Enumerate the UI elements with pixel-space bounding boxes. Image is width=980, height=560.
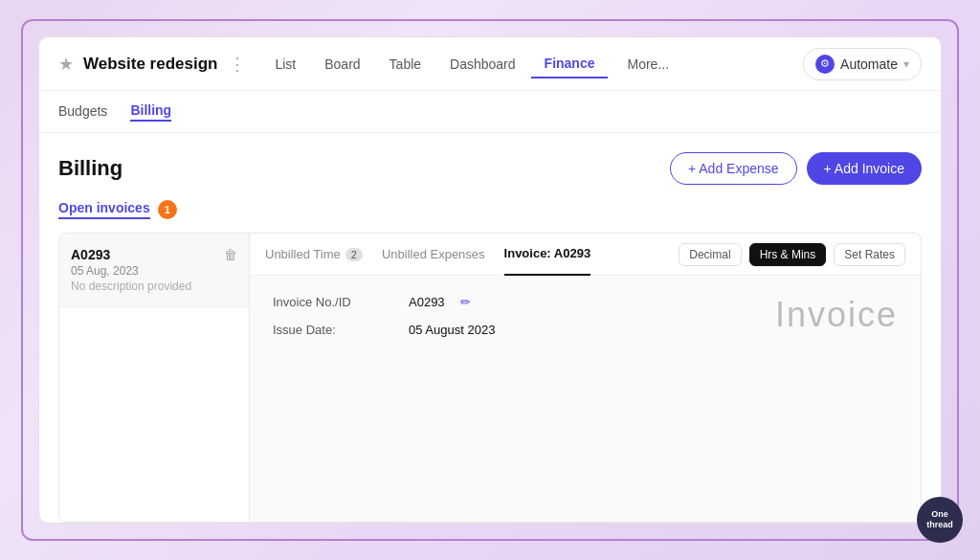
field-row-invoice-id: Invoice No./ID A0293 ✏ xyxy=(273,295,756,309)
invoice-item-header: A0293 🗑 xyxy=(71,247,237,262)
issue-date-label: Issue Date: xyxy=(273,323,397,337)
format-options: Decimal Hrs & Mins Set Rates xyxy=(679,243,905,266)
open-invoices-bar: Open invoices 1 xyxy=(58,200,922,219)
outer-border: ★ Website redesign ⋮ List Board Table Da… xyxy=(21,19,959,541)
tab-unbilled-time[interactable]: Unbilled Time 2 xyxy=(265,247,363,261)
star-icon[interactable]: ★ xyxy=(58,54,74,75)
invoice-list-item[interactable]: A0293 🗑 05 Aug, 2023 No description prov… xyxy=(59,234,249,307)
content-area: Billing + Add Expense + Add Invoice Open… xyxy=(39,133,941,523)
invoice-detail: Unbilled Time 2 Unbilled Expenses Invoic… xyxy=(250,233,922,523)
automate-button[interactable]: ⚙ Automate ▾ xyxy=(803,48,922,80)
field-row-issue-date: Issue Date: 05 August 2023 xyxy=(273,323,756,337)
nav-link-table[interactable]: Table xyxy=(376,51,434,78)
invoice-date: 05 Aug, 2023 xyxy=(71,264,237,278)
decimal-button[interactable]: Decimal xyxy=(679,243,741,266)
invoice-body: Invoice No./ID A0293 ✏ Issue Date: 05 Au… xyxy=(250,276,921,522)
nav-link-dashboard[interactable]: Dashboard xyxy=(436,51,529,78)
more-options-icon[interactable]: ⋮ xyxy=(229,54,246,75)
chevron-down-icon: ▾ xyxy=(903,57,909,71)
invoice-description: No description provided xyxy=(71,280,237,293)
invoice-list: A0293 🗑 05 Aug, 2023 No description prov… xyxy=(58,233,250,523)
tab-invoice-label: Invoice: A0293 xyxy=(504,246,591,260)
tab-unbilled-time-badge: 2 xyxy=(345,248,363,261)
automate-icon: ⚙ xyxy=(815,55,835,74)
invoice-fields: Invoice No./ID A0293 ✏ Issue Date: 05 Au… xyxy=(273,295,756,503)
open-invoices-label[interactable]: Open invoices xyxy=(58,200,150,219)
tab-invoice-a0293[interactable]: Invoice: A0293 xyxy=(504,234,591,276)
top-nav: ★ Website redesign ⋮ List Board Table Da… xyxy=(39,37,941,91)
invoice-word: Invoice xyxy=(775,295,898,335)
billing-actions: + Add Expense + Add Invoice xyxy=(670,152,922,185)
invoice-id: A0293 xyxy=(71,247,110,262)
sub-nav-budgets[interactable]: Budgets xyxy=(58,103,107,121)
invoice-area: A0293 🗑 05 Aug, 2023 No description prov… xyxy=(58,233,922,523)
sub-nav: Budgets Billing xyxy=(39,91,941,133)
nav-link-board[interactable]: Board xyxy=(311,51,373,78)
automate-label: Automate xyxy=(840,56,898,72)
nav-link-finance[interactable]: Finance xyxy=(531,50,609,78)
trash-icon[interactable]: 🗑 xyxy=(224,247,237,262)
hrs-mins-button[interactable]: Hrs & Mins xyxy=(749,243,827,266)
onethread-label: Onethread xyxy=(926,509,953,530)
main-card: ★ Website redesign ⋮ List Board Table Da… xyxy=(38,36,942,524)
tab-unbilled-expenses-label: Unbilled Expenses xyxy=(382,247,485,261)
set-rates-button[interactable]: Set Rates xyxy=(834,243,905,266)
add-invoice-button[interactable]: + Add Invoice xyxy=(807,152,922,185)
nav-link-list[interactable]: List xyxy=(261,51,309,78)
invoice-detail-tabs: Unbilled Time 2 Unbilled Expenses Invoic… xyxy=(250,234,921,276)
open-invoices-badge: 1 xyxy=(158,200,177,219)
billing-title: Billing xyxy=(58,156,122,181)
tab-unbilled-time-label: Unbilled Time xyxy=(265,247,341,261)
invoice-logo-area: Invoice xyxy=(775,295,898,503)
nav-links: List Board Table Dashboard Finance More.… xyxy=(261,50,797,78)
invoice-no-value: A0293 xyxy=(409,295,445,309)
issue-date-value: 05 August 2023 xyxy=(409,323,495,337)
tab-unbilled-expenses[interactable]: Unbilled Expenses xyxy=(382,247,485,261)
project-title: Website redesign xyxy=(83,55,217,74)
add-expense-button[interactable]: + Add Expense xyxy=(670,152,797,185)
invoice-no-label: Invoice No./ID xyxy=(273,295,397,309)
onethread-logo[interactable]: Onethread xyxy=(917,497,963,543)
nav-link-more[interactable]: More... xyxy=(613,51,682,78)
billing-header: Billing + Add Expense + Add Invoice xyxy=(58,152,922,185)
edit-icon[interactable]: ✏ xyxy=(460,295,471,309)
sub-nav-billing[interactable]: Billing xyxy=(130,102,171,122)
